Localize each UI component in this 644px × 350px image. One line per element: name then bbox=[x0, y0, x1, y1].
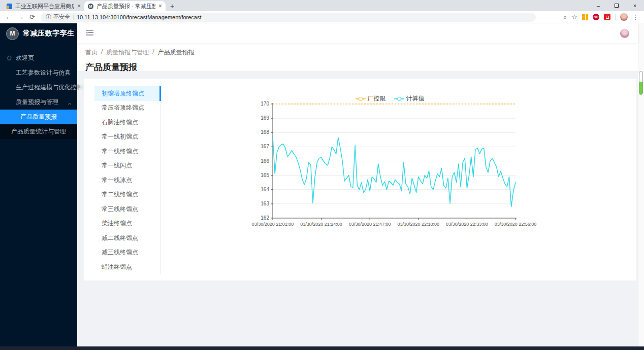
point-menu-item[interactable]: 常二线终馏点 bbox=[94, 188, 160, 202]
app-logo-row: M 常减压数字孪生 bbox=[0, 23, 77, 44]
red-extension-icon[interactable] bbox=[604, 14, 610, 20]
svg-text:163: 163 bbox=[261, 201, 269, 206]
breadcrumb-current: 产品质量预报 bbox=[158, 48, 195, 57]
scrollbar-thumb[interactable] bbox=[639, 71, 643, 95]
sidebar-subitem-product-quality-forecast[interactable]: 产品质量预报 bbox=[0, 110, 77, 124]
svg-text:166: 166 bbox=[261, 158, 269, 164]
sidebar-item-production-modeling[interactable]: 生产过程建模与优化控制 bbox=[0, 80, 77, 95]
menu-fold-icon[interactable] bbox=[86, 29, 93, 38]
url-text: 10.11.13.104:30108/forecastManagement/fo… bbox=[77, 14, 202, 20]
legend-item-control-limit[interactable]: 厂控限 bbox=[356, 94, 386, 103]
svg-text:03/30/2020 22:10:00: 03/30/2020 22:10:00 bbox=[398, 222, 440, 227]
close-button[interactable]: × bbox=[626, 0, 644, 11]
svg-text:03/30/2020 21:24:00: 03/30/2020 21:24:00 bbox=[300, 222, 342, 227]
sidebar-item-label: 质量预报与管理 bbox=[16, 98, 58, 107]
legend-marker-icon bbox=[356, 96, 366, 102]
svg-text:165: 165 bbox=[261, 172, 269, 178]
sidebar-item-process-design[interactable]: 工艺参数设计与仿真 bbox=[0, 65, 77, 80]
restore-icon bbox=[615, 4, 619, 8]
chart-plot-area: 16216316416516616716816917003/30/2020 21… bbox=[254, 93, 406, 169]
chip-divider bbox=[73, 15, 74, 20]
svg-text:03/30/2020 22:56:00: 03/30/2020 22:56:00 bbox=[495, 222, 537, 227]
breadcrumb-separator: / bbox=[152, 48, 154, 57]
breadcrumb-quality-management: 质量预报与管理 bbox=[106, 48, 149, 57]
sidebar-item-label: 欢迎页 bbox=[16, 54, 34, 62]
security-label: 不安全 bbox=[53, 13, 70, 21]
legend-marker-icon bbox=[394, 96, 404, 102]
chevron-up-icon bbox=[68, 100, 72, 108]
extension-grid-icon[interactable] bbox=[582, 14, 588, 20]
window-controls: – × bbox=[589, 0, 644, 11]
tab-title: 工业互联网平台应用商店 bbox=[15, 3, 74, 10]
tab-close-icon[interactable]: × bbox=[77, 3, 81, 9]
point-menu-item[interactable]: 常压塔顶终馏点 bbox=[94, 101, 160, 116]
measure-point-menu: 初馏塔顶终馏点 常压塔顶终馏点 石脑油终馏点 常一线初馏点 常一线终馏点 常一线… bbox=[94, 86, 160, 274]
legend-label: 厂控限 bbox=[368, 94, 386, 103]
tab-close-icon[interactable]: × bbox=[158, 3, 162, 9]
bookmark-star-icon[interactable]: ☆ bbox=[571, 14, 577, 20]
twin-favicon-icon: M bbox=[88, 4, 93, 9]
divider bbox=[615, 14, 616, 20]
zoom-icon[interactable]: ⌕ bbox=[563, 14, 567, 20]
svg-text:164: 164 bbox=[261, 187, 269, 192]
store-favicon-icon bbox=[7, 4, 12, 9]
point-menu-item[interactable]: 常三线终馏点 bbox=[94, 202, 160, 217]
legend-label: 计算值 bbox=[406, 94, 425, 103]
legend-item-calculated-value[interactable]: 计算值 bbox=[394, 94, 425, 103]
address-bar[interactable]: ⓘ 不安全 10.11.13.104:30108/forecastManagem… bbox=[41, 13, 536, 22]
breadcrumb: 首页 / 质量预报与管理 / 产品质量预报 bbox=[85, 48, 630, 57]
home-icon bbox=[7, 55, 12, 62]
point-menu-item[interactable]: 常一线终馏点 bbox=[94, 144, 160, 159]
tab-quality-forecast[interactable]: M 产品质量预报 - 常减压数字孪生 × bbox=[84, 1, 166, 11]
svg-text:168: 168 bbox=[261, 129, 269, 135]
sidebar-item-label: 工艺参数设计与仿真 bbox=[16, 68, 71, 77]
point-menu-item[interactable]: 减二线终馏点 bbox=[94, 231, 160, 246]
app-sidebar: M 常减压数字孪生 欢迎页 工艺参数设计与仿真 生产过程建模与优化控制 质量预报… bbox=[0, 23, 77, 350]
restore-button[interactable] bbox=[607, 0, 626, 11]
page-head: 首页 / 质量预报与管理 / 产品质量预报 产品质量预报 bbox=[77, 43, 638, 71]
navbar-right: ⌕ ☆ ABP ⋮ bbox=[563, 13, 639, 21]
security-chip[interactable]: ⓘ 不安全 bbox=[46, 13, 70, 21]
point-menu-item[interactable]: 蜡油终馏点 bbox=[94, 260, 160, 274]
sidebar-item-welcome[interactable]: 欢迎页 bbox=[0, 51, 77, 65]
sidebar-subitem-quality-statistics[interactable]: 产品质量统计与管理 bbox=[0, 124, 77, 139]
forward-icon[interactable]: → bbox=[17, 14, 24, 20]
sidebar-item-quality-management[interactable]: 质量预报与管理 bbox=[0, 95, 77, 110]
app-logo-icon: M bbox=[6, 27, 19, 40]
browser-profile-avatar[interactable] bbox=[620, 13, 628, 21]
chart-legend: 厂控限 计算值 bbox=[254, 94, 526, 103]
app-title: 常减压数字孪生 bbox=[23, 29, 75, 38]
point-menu-item[interactable]: 柴油终馏点 bbox=[94, 217, 160, 231]
point-menu-item[interactable]: 石脑油终馏点 bbox=[94, 115, 160, 130]
svg-text:03/30/2020 21:47:00: 03/30/2020 21:47:00 bbox=[349, 222, 391, 227]
tab-title: 产品质量预报 - 常减压数字孪生 bbox=[96, 3, 155, 10]
sidebar-menu: 欢迎页 工艺参数设计与仿真 生产过程建模与优化控制 质量预报与管理 产品质量预报… bbox=[0, 51, 77, 139]
adblock-extension-icon[interactable]: ABP bbox=[593, 14, 599, 20]
point-menu-item[interactable]: 减三线终馏点 bbox=[94, 246, 160, 260]
browser-navbar: ← → ⟳ ⓘ 不安全 10.11.13.104:30108/forecastM… bbox=[0, 11, 644, 23]
browser-tab-strip: 工业互联网平台应用商店 × M 产品质量预报 - 常减压数字孪生 × + – × bbox=[0, 0, 644, 11]
sidebar-item-label: 生产过程建模与优化控制 bbox=[16, 83, 83, 92]
svg-text:162: 162 bbox=[261, 215, 269, 221]
breadcrumb-home[interactable]: 首页 bbox=[85, 48, 98, 57]
point-menu-item[interactable]: 初馏塔顶终馏点 bbox=[94, 86, 160, 101]
point-menu-item[interactable]: 常一线冰点 bbox=[94, 173, 160, 188]
user-avatar[interactable] bbox=[620, 29, 629, 38]
svg-text:167: 167 bbox=[261, 144, 269, 149]
page-title: 产品质量预报 bbox=[85, 61, 630, 73]
svg-text:03/30/2020 21:01:00: 03/30/2020 21:01:00 bbox=[252, 222, 294, 227]
reload-icon[interactable]: ⟳ bbox=[29, 14, 35, 20]
browser-menu-icon[interactable]: ⋮ bbox=[632, 14, 639, 20]
content-card: 初馏塔顶终馏点 常压塔顶终馏点 石脑油终馏点 常一线初馏点 常一线终馏点 常一线… bbox=[84, 79, 636, 281]
back-icon[interactable]: ← bbox=[5, 14, 12, 20]
breadcrumb-separator: / bbox=[101, 48, 103, 57]
windows-taskbar bbox=[0, 346, 644, 350]
app-header bbox=[77, 23, 638, 43]
new-tab-button[interactable]: + bbox=[166, 1, 179, 11]
minimize-button[interactable]: – bbox=[589, 0, 607, 11]
sidebar-submenu: 产品质量预报 产品质量统计与管理 bbox=[0, 110, 77, 139]
point-menu-item[interactable]: 常一线闪点 bbox=[94, 159, 160, 173]
tab-app-store[interactable]: 工业互联网平台应用商店 × bbox=[3, 1, 84, 11]
svg-text:03/30/2020 22:33:00: 03/30/2020 22:33:00 bbox=[446, 222, 488, 227]
point-menu-item[interactable]: 常一线初馏点 bbox=[94, 130, 160, 145]
